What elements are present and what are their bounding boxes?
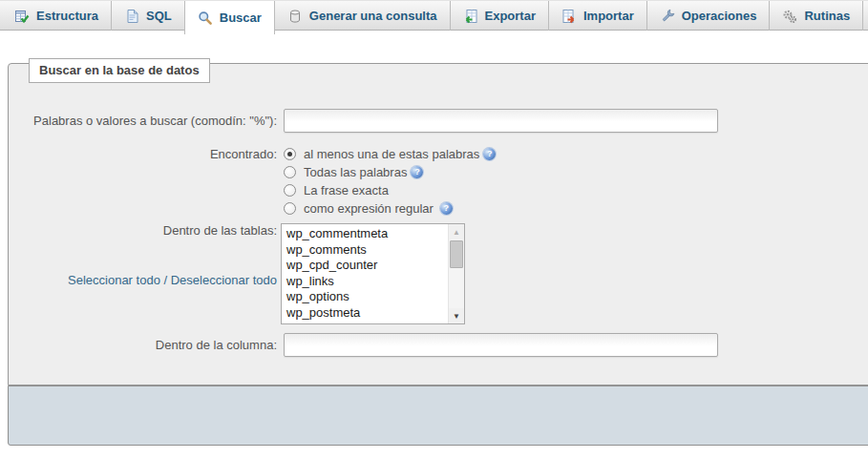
radio-at-least-one-word[interactable]: [284, 148, 296, 160]
fieldset-legend: Buscar en la base de datos: [29, 58, 210, 83]
tab-importar[interactable]: Importar: [549, 1, 647, 31]
tab-label: Exportar: [485, 9, 536, 23]
column-input[interactable]: [284, 333, 718, 357]
column-row: Dentro de la columna:: [27, 333, 868, 357]
operations-icon: [660, 9, 675, 24]
tab-label: SQL: [146, 9, 172, 23]
tab-buscar[interactable]: Buscar: [184, 1, 275, 34]
search-words-label: Palabras o valores a buscar (comodín: "%…: [27, 114, 277, 128]
help-icon[interactable]: [440, 202, 453, 215]
radio-exact-phrase[interactable]: [284, 184, 296, 197]
scroll-down-arrow-icon[interactable]: ▼: [449, 308, 464, 323]
database-tab-bar: Estructura SQL Buscar Generar una consul…: [0, 0, 868, 31]
tab-operaciones[interactable]: Operaciones: [647, 1, 771, 31]
tab-label: Rutinas: [804, 9, 850, 23]
links-separator: /: [160, 273, 171, 287]
table-select-links: Seleccionar todo / Deseleccionar todo: [27, 273, 277, 287]
tab-sql[interactable]: SQL: [112, 1, 185, 31]
option-label[interactable]: Todas las palabras: [304, 165, 407, 179]
table-option[interactable]: wp_links: [285, 274, 445, 290]
tab-exportar[interactable]: Exportar: [451, 1, 549, 31]
routines-icon: [782, 9, 797, 24]
select-all-link[interactable]: Seleccionar todo: [68, 273, 160, 287]
tables-listbox[interactable]: wp_commentmeta wp_comments wp_cpd_counte…: [281, 223, 465, 324]
query-icon: [287, 9, 303, 24]
search-words-input[interactable]: [284, 109, 718, 133]
option-label[interactable]: La frase exacta: [304, 183, 389, 198]
table-option[interactable]: wp_postmeta: [285, 305, 445, 322]
radio-regular-expression[interactable]: [284, 202, 296, 215]
option-all-words[interactable]: Todas las palabras: [284, 163, 496, 181]
listbox-scrollbar[interactable]: ▲ ▼: [448, 224, 464, 323]
tab-rutinas[interactable]: Rutinas: [770, 1, 863, 31]
tables-row: Dentro de las tablas: Seleccionar todo /…: [27, 223, 868, 324]
search-words-row: Palabras o valores a buscar (comodín: "%…: [27, 109, 868, 133]
column-label: Dentro de la columna:: [27, 338, 277, 352]
option-regular-expression[interactable]: como expresión regular: [284, 199, 496, 218]
search-fieldset: Buscar en la base de datos Palabras o va…: [8, 63, 868, 385]
match-type-options: al menos una de estas palabras Todas las…: [284, 145, 496, 218]
option-at-least-one-word[interactable]: al menos una de estas palabras: [284, 145, 496, 163]
option-label[interactable]: como expresión regular: [304, 201, 434, 216]
fieldset-footer: [8, 385, 868, 446]
option-label[interactable]: al menos una de estas palabras: [304, 147, 479, 161]
tables-label: Dentro de las tablas:: [27, 223, 277, 238]
search-icon: [198, 10, 213, 26]
found-label: Encontrado:: [27, 145, 277, 218]
radio-all-words[interactable]: [284, 166, 296, 178]
tab-label: Importar: [583, 9, 634, 23]
structure-icon: [14, 9, 30, 24]
tab-seguimiento[interactable]: Seg: [863, 1, 868, 31]
tab-estructura[interactable]: Estructura: [2, 1, 112, 31]
match-type-row: Encontrado: al menos una de estas palabr…: [27, 145, 868, 218]
tab-label: Buscar: [220, 10, 262, 25]
table-option[interactable]: wp_cpd_counter: [285, 258, 445, 274]
deselect-all-link[interactable]: Deseleccionar todo: [171, 273, 277, 287]
sql-icon: [124, 9, 139, 24]
help-icon[interactable]: [483, 148, 496, 160]
tab-label: Operaciones: [682, 9, 757, 23]
option-exact-phrase[interactable]: La frase exacta: [284, 181, 496, 199]
table-option[interactable]: wp_commentmeta: [285, 226, 445, 242]
export-icon: [463, 9, 478, 24]
scroll-up-arrow-icon[interactable]: ▲: [449, 224, 464, 239]
import-icon: [561, 9, 577, 24]
tab-label: Estructura: [36, 9, 98, 23]
tab-generar-consulta[interactable]: Generar una consulta: [275, 1, 451, 31]
help-icon[interactable]: [411, 166, 423, 178]
tab-label: Generar una consulta: [309, 9, 437, 23]
scrollbar-thumb[interactable]: [450, 240, 463, 268]
table-option[interactable]: wp_options: [285, 289, 445, 305]
table-option[interactable]: wp_comments: [285, 242, 445, 259]
